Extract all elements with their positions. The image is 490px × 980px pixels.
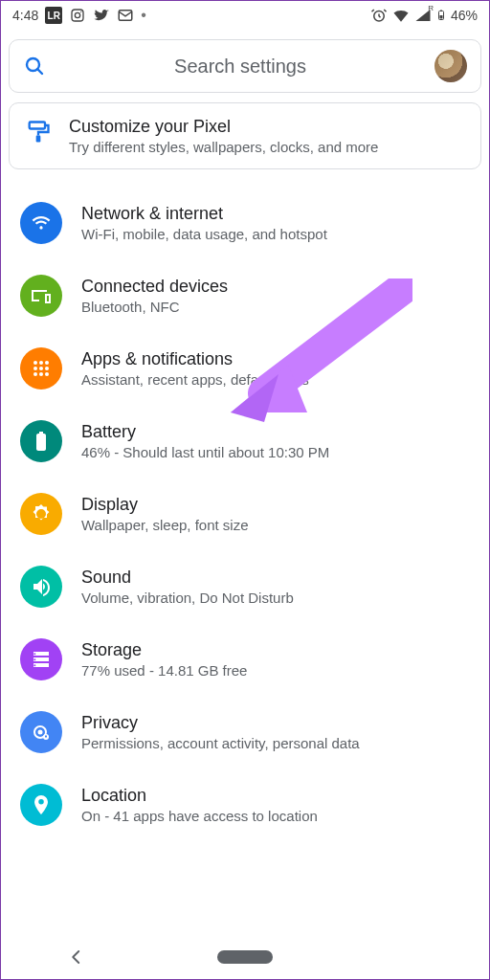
row-connected-devices[interactable]: Connected devices Bluetooth, NFC [1, 259, 489, 332]
svg-rect-7 [440, 11, 442, 11]
status-left: 4:48 LR • [12, 7, 146, 24]
search-settings[interactable]: Search settings [9, 39, 481, 93]
svg-point-19 [39, 372, 43, 376]
bottom-fade [1, 893, 489, 935]
paint-roller-icon [25, 119, 52, 145]
status-bar: 4:48 LR • R 46% [1, 1, 489, 30]
navigation-bar [1, 933, 489, 979]
back-button[interactable] [68, 948, 85, 966]
customize-title: Customize your Pixel [69, 117, 378, 137]
row-privacy[interactable]: Privacy Permissions, account activity, p… [1, 696, 489, 768]
cell-signal-icon: R [414, 7, 432, 24]
row-title: Apps & notifications [81, 349, 309, 369]
battery-icon [20, 420, 62, 462]
twitter-icon [93, 7, 110, 24]
svg-point-1 [76, 12, 80, 17]
row-title: Display [81, 495, 249, 515]
storage-icon [20, 638, 62, 680]
wifi-icon [391, 6, 411, 25]
mail-icon [117, 7, 134, 24]
battery-icon [435, 7, 447, 24]
status-right: R 46% [370, 6, 478, 25]
search-placeholder: Search settings [59, 56, 421, 78]
svg-point-13 [39, 361, 43, 365]
svg-point-12 [33, 361, 37, 365]
svg-point-22 [38, 730, 43, 735]
svg-rect-24 [45, 736, 47, 738]
svg-line-9 [37, 69, 42, 74]
profile-avatar[interactable] [434, 50, 467, 82]
row-title: Battery [81, 422, 329, 442]
svg-point-16 [39, 367, 43, 370]
battery-text: 46% [451, 8, 478, 23]
row-sound[interactable]: Sound Volume, vibration, Do Not Disturb [1, 550, 489, 623]
row-sub: Bluetooth, NFC [81, 299, 228, 315]
row-title: Location [81, 786, 318, 806]
row-sub: 77% used - 14.81 GB free [81, 662, 247, 679]
svg-point-14 [45, 361, 49, 365]
customize-sub: Try different styles, wallpapers, clocks… [69, 139, 378, 155]
row-network[interactable]: Network & internet Wi-Fi, mobile, data u… [1, 187, 489, 259]
more-notifications-dot: • [141, 8, 146, 23]
row-sub: 46% - Should last until about 10:30 PM [81, 444, 329, 460]
svg-rect-11 [36, 136, 41, 143]
sound-icon [20, 566, 62, 608]
privacy-icon [20, 711, 62, 753]
location-icon [20, 784, 62, 826]
wifi-icon [20, 202, 62, 244]
row-sub: Volume, vibration, Do Not Disturb [81, 590, 294, 606]
svg-point-18 [33, 372, 37, 376]
row-storage[interactable]: Storage 77% used - 14.81 GB free [1, 623, 489, 696]
row-sub: Permissions, account activity, personal … [81, 735, 360, 751]
row-title: Privacy [81, 713, 360, 733]
alarm-icon [370, 7, 388, 24]
row-sub: Assistant, recent apps, default apps [81, 371, 309, 388]
row-apps-notifications[interactable]: Apps & notifications Assistant, recent a… [1, 332, 489, 405]
row-battery[interactable]: Battery 46% - Should last until about 10… [1, 405, 489, 478]
svg-point-15 [33, 367, 37, 370]
brightness-icon [20, 493, 62, 535]
row-sub: Wi-Fi, mobile, data usage, and hotspot [81, 226, 327, 242]
svg-rect-10 [30, 122, 45, 129]
lr-app-icon: LR [45, 7, 62, 24]
instagram-icon [69, 7, 86, 24]
row-sub: On - 41 apps have access to location [81, 808, 318, 824]
svg-point-2 [80, 11, 81, 12]
settings-list: Network & internet Wi-Fi, mobile, data u… [1, 187, 489, 841]
row-title: Network & internet [81, 204, 327, 224]
svg-point-20 [45, 372, 49, 376]
devices-icon [20, 275, 62, 317]
home-pill[interactable] [217, 950, 273, 964]
row-location[interactable]: Location On - 41 apps have access to loc… [1, 768, 489, 841]
row-display[interactable]: Display Wallpaper, sleep, font size [1, 478, 489, 550]
apps-icon [20, 347, 62, 390]
row-title: Sound [81, 568, 294, 588]
svg-rect-0 [72, 10, 83, 21]
customize-pixel-card[interactable]: Customize your Pixel Try different style… [9, 102, 481, 169]
svg-point-17 [45, 367, 49, 370]
svg-rect-6 [439, 15, 442, 19]
row-title: Storage [81, 640, 247, 660]
search-icon [23, 55, 46, 78]
row-sub: Wallpaper, sleep, font size [81, 517, 249, 533]
clock: 4:48 [12, 8, 38, 23]
row-title: Connected devices [81, 277, 228, 297]
